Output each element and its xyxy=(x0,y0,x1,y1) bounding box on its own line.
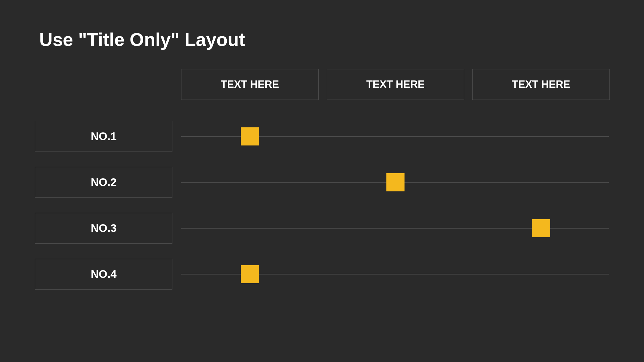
marker-row-4 xyxy=(241,265,259,283)
column-header-3: TEXT HERE xyxy=(472,69,610,100)
marker-row-3 xyxy=(532,219,550,237)
marker-row-1 xyxy=(241,127,259,145)
page-title: Use "Title Only" Layout xyxy=(39,29,245,50)
row-label-3: NO.3 xyxy=(35,213,172,244)
row-label-4: NO.4 xyxy=(35,259,172,290)
row-label-2: NO.2 xyxy=(35,167,172,198)
row-label-1: NO.1 xyxy=(35,121,172,152)
column-header-2: TEXT HERE xyxy=(327,69,464,100)
marker-row-2 xyxy=(386,173,405,191)
column-header-1: TEXT HERE xyxy=(181,69,319,100)
